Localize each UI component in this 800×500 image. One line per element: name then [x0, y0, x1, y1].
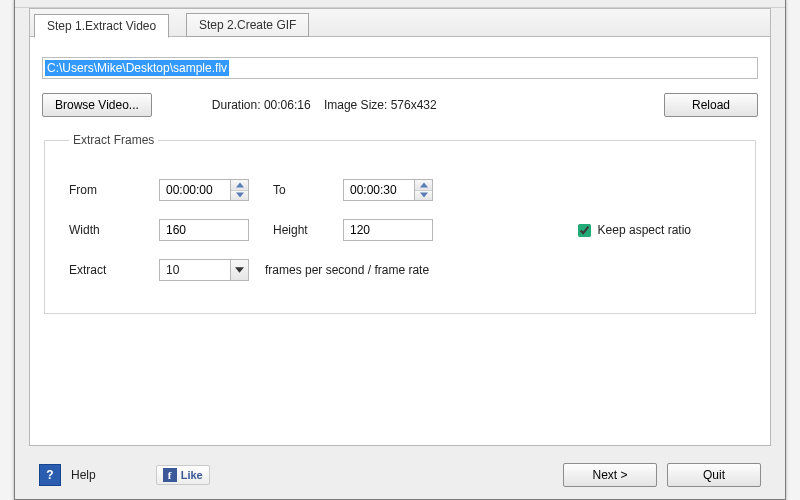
height-input[interactable] — [343, 219, 433, 241]
to-time-input[interactable] — [343, 179, 433, 201]
extract-frames-group: Extract Frames From To — [44, 133, 756, 314]
frame-rate-combo[interactable]: 10 — [159, 259, 249, 281]
tab-body: C:\Users\Mike\Desktop\sample.flv Browse … — [42, 57, 758, 435]
like-label: Like — [181, 469, 203, 481]
keep-aspect-checkbox[interactable] — [578, 224, 591, 237]
quit-button[interactable]: Quit — [667, 463, 761, 487]
tab-create-gif[interactable]: Step 2.Create GIF — [186, 13, 309, 37]
group-legend: Extract Frames — [69, 133, 158, 147]
width-label: Width — [69, 223, 159, 237]
spinner-down[interactable] — [231, 191, 248, 201]
keep-aspect-ratio[interactable]: Keep aspect ratio — [574, 221, 691, 240]
from-time-field[interactable] — [164, 182, 230, 198]
width-field[interactable] — [164, 222, 246, 238]
extract-label: Extract — [69, 263, 159, 277]
button-label: Quit — [703, 468, 725, 482]
width-input[interactable] — [159, 219, 249, 241]
titlebar — [15, 0, 785, 8]
facebook-icon: f — [163, 468, 177, 482]
from-time-spinner — [230, 180, 248, 200]
tab-strip: Step 1.Extract Video Step 2.Create GIF — [30, 9, 770, 37]
tab-label: Step 1.Extract Video — [47, 19, 156, 33]
button-label: Browse Video... — [55, 98, 139, 112]
button-label: Next > — [592, 468, 627, 482]
duration-value: 00:06:16 — [264, 98, 311, 112]
browse-video-button[interactable]: Browse Video... — [42, 93, 152, 117]
spinner-up[interactable] — [231, 180, 248, 191]
to-time-spinner — [414, 180, 432, 200]
tab-label: Step 2.Create GIF — [199, 18, 296, 32]
to-label: To — [273, 183, 343, 197]
height-field[interactable] — [348, 222, 430, 238]
keep-aspect-label: Keep aspect ratio — [598, 223, 691, 237]
help-icon[interactable]: ? — [39, 464, 61, 486]
fps-caption: frames per second / frame rate — [265, 263, 429, 277]
spinner-up[interactable] — [415, 180, 432, 191]
help-label: Help — [71, 468, 96, 482]
application-window: Step 1.Extract Video Step 2.Create GIF C… — [14, 0, 786, 500]
from-time-input[interactable] — [159, 179, 249, 201]
reload-button[interactable]: Reload — [664, 93, 758, 117]
to-time-field[interactable] — [348, 182, 414, 198]
main-panel: Step 1.Extract Video Step 2.Create GIF C… — [29, 8, 771, 446]
height-label: Height — [273, 223, 343, 237]
next-button[interactable]: Next > — [563, 463, 657, 487]
duration-label: Duration: — [212, 98, 261, 112]
footer-bar: ? Help f Like Next > Quit — [29, 450, 771, 499]
tab-extract-video[interactable]: Step 1.Extract Video — [34, 14, 169, 38]
video-path-text: C:\Users\Mike\Desktop\sample.flv — [45, 60, 229, 76]
video-metadata: Duration: 00:06:16 Image Size: 576x432 — [212, 98, 437, 112]
from-label: From — [69, 183, 159, 197]
chevron-down-icon[interactable] — [230, 260, 248, 280]
facebook-like-button[interactable]: f Like — [156, 465, 210, 485]
spinner-down[interactable] — [415, 191, 432, 201]
video-path-input[interactable]: C:\Users\Mike\Desktop\sample.flv — [42, 57, 758, 79]
button-label: Reload — [692, 98, 730, 112]
imgsize-label: Image Size: — [324, 98, 387, 112]
imgsize-value: 576x432 — [391, 98, 437, 112]
frame-rate-value: 10 — [166, 263, 230, 277]
